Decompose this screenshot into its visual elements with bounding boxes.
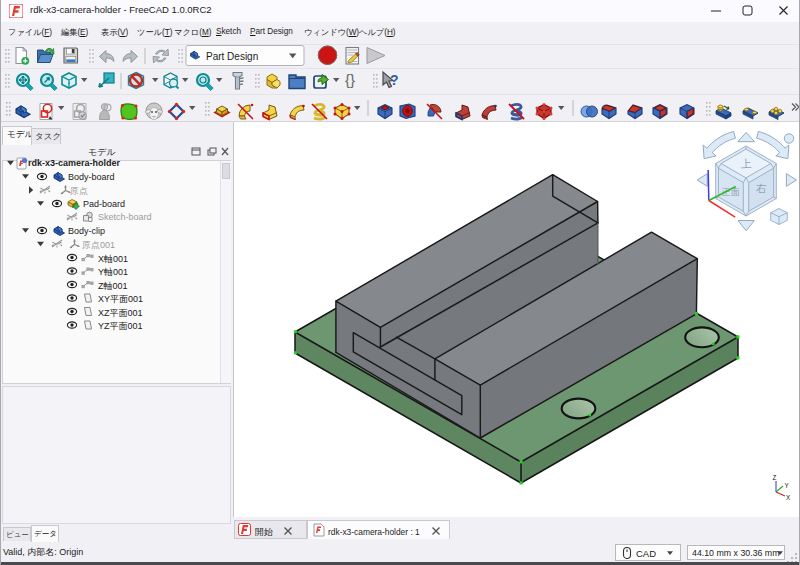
svg-text:右: 右 [756,182,767,194]
svg-text:Z: Z [773,474,777,481]
svg-text:X: X [786,494,791,501]
svg-text:{}: {} [345,71,355,88]
svg-text:Y: Y [785,482,790,489]
svg-text:?: ? [390,72,399,88]
svg-text:Part Design: Part Design [206,51,258,62]
svg-text:上: 上 [740,157,752,170]
svg-text:正面: 正面 [721,187,740,197]
